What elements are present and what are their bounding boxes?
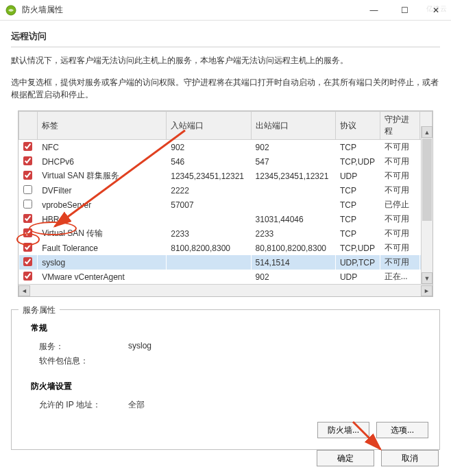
row-ingress: [167, 255, 251, 270]
row-checkbox[interactable]: [23, 156, 32, 165]
row-label: DVFilter: [38, 183, 167, 198]
scroll-thumb[interactable]: [422, 139, 432, 221]
row-daemon: 不可用: [380, 212, 420, 226]
table-row[interactable]: DHCPv6546547TCP,UDP不可用: [19, 154, 432, 169]
row-ingress: 8100,8200,8300: [167, 241, 251, 255]
row-ingress: 902: [167, 140, 251, 155]
row-daemon: 不可用: [380, 241, 420, 255]
scroll-left-icon[interactable]: ◄: [19, 285, 30, 296]
row-egress: 80,8100,8200,8300: [251, 241, 335, 255]
row-label: HBR: [38, 212, 167, 226]
row-checkbox[interactable]: [23, 272, 32, 281]
options-button[interactable]: 选项...: [376, 422, 428, 438]
general-heading: 常规: [31, 322, 428, 334]
row-daemon: 不可用: [380, 140, 420, 155]
row-protocol: TCP,UDP: [335, 241, 380, 255]
divider: [11, 47, 440, 47]
row-checkbox[interactable]: [23, 200, 32, 209]
row-checkbox-cell[interactable]: [19, 270, 38, 284]
row-protocol: TCP: [335, 183, 380, 198]
row-checkbox-cell[interactable]: [19, 140, 38, 155]
row-checkbox-cell[interactable]: [19, 255, 38, 270]
table-row[interactable]: Virtual SAN 传输22332233TCP不可用: [19, 226, 432, 241]
horizontal-scrollbar[interactable]: ◄ ►: [19, 284, 432, 296]
col-header-daemon[interactable]: 守护进程: [380, 112, 420, 140]
cancel-button[interactable]: 取消: [381, 450, 439, 466]
table-row[interactable]: NFC902902TCP不可用: [19, 140, 432, 155]
row-checkbox[interactable]: [23, 257, 32, 266]
col-header-ingress[interactable]: 入站端口: [167, 112, 251, 140]
row-egress: 2233: [251, 226, 335, 241]
row-checkbox[interactable]: [23, 214, 32, 223]
row-label: Fault Tolerance: [38, 241, 167, 255]
row-label: vprobeServer: [38, 198, 167, 212]
col-header-protocol[interactable]: 协议: [335, 112, 380, 140]
row-daemon: 不可用: [380, 154, 420, 169]
maximize-button[interactable]: ☐: [389, 0, 420, 21]
row-checkbox[interactable]: [23, 142, 32, 151]
scroll-up-icon[interactable]: ▲: [422, 126, 432, 138]
row-label: Virtual SAN 群集服务: [38, 169, 167, 183]
row-egress: [251, 183, 335, 198]
row-protocol: TCP: [335, 140, 380, 155]
row-checkbox-cell[interactable]: [19, 226, 38, 241]
row-label: NFC: [38, 140, 167, 155]
row-daemon: 正在...: [380, 270, 420, 284]
row-daemon: 已停止: [380, 198, 420, 212]
col-header-checkbox[interactable]: [19, 112, 38, 140]
table-row[interactable]: HBR31031,44046TCP不可用: [19, 212, 432, 226]
vertical-scrollbar[interactable]: ▲ ▼: [421, 126, 432, 284]
row-checkbox[interactable]: [23, 171, 32, 180]
watermark: 亿速云: [426, 4, 447, 14]
service-properties-group: 服务属性 常规 服务： syslog 软件包信息： 防火墙设置 允许的 IP 地…: [11, 309, 440, 450]
row-protocol: UDP: [335, 169, 380, 183]
row-ingress: 2233: [167, 226, 251, 241]
col-header-egress[interactable]: 出站端口: [251, 112, 335, 140]
dialog-content: 远程访问 默认情况下，远程客户端无法访问此主机上的服务，本地客户端无法访问远程主…: [0, 21, 451, 457]
row-egress: [251, 198, 335, 212]
allowed-ip-value: 全部: [128, 399, 145, 411]
col-header-label[interactable]: 标签: [38, 112, 167, 140]
remote-access-desc2: 选中复选框，提供对服务或客户端的访问权限。守护进程将在其端口打开时自动启动，在其…: [11, 76, 440, 101]
row-checkbox-cell[interactable]: [19, 169, 38, 183]
row-label: Virtual SAN 传输: [38, 226, 167, 241]
row-protocol: TCP: [335, 226, 380, 241]
firewall-settings-heading: 防火墙设置: [31, 381, 428, 392]
app-icon: [5, 5, 16, 16]
scroll-down-icon[interactable]: ▼: [422, 272, 432, 284]
row-ingress: 12345,23451,12321: [167, 169, 251, 183]
row-daemon: 不可用: [380, 169, 420, 183]
remote-access-desc1: 默认情况下，远程客户端无法访问此主机上的服务，本地客户端无法访问远程主机上的服务…: [11, 54, 440, 67]
minimize-button[interactable]: —: [358, 0, 389, 21]
row-label: DHCPv6: [38, 154, 167, 169]
row-checkbox-cell[interactable]: [19, 198, 38, 212]
row-egress: 514,1514: [251, 255, 335, 270]
table-row[interactable]: vprobeServer57007TCP已停止: [19, 198, 432, 212]
row-checkbox[interactable]: [23, 185, 32, 194]
ok-button[interactable]: 确定: [317, 450, 374, 466]
dialog-button-row: 确定 取消: [317, 450, 439, 466]
table-row[interactable]: DVFilter2222TCP不可用: [19, 183, 432, 198]
table-row[interactable]: syslog514,1514UDP,TCP不可用: [19, 255, 432, 270]
row-checkbox[interactable]: [23, 228, 32, 237]
titlebar: 防火墙属性 — ☐ ✕: [0, 0, 451, 21]
remote-access-heading: 远程访问: [11, 30, 440, 43]
row-protocol: TCP,UDP: [335, 154, 380, 169]
package-info-label: 软件包信息：: [39, 355, 128, 367]
row-checkbox-cell[interactable]: [19, 241, 38, 255]
table-row[interactable]: VMware vCenterAgent902UDP正在...: [19, 270, 432, 284]
firewall-services-table: 标签 入站端口 出站端口 协议 守护进程 NFC902902TCP不可用DHCP…: [18, 110, 433, 297]
row-ingress: [167, 270, 251, 284]
row-ingress: 546: [167, 154, 251, 169]
row-protocol: TCP: [335, 198, 380, 212]
row-checkbox[interactable]: [23, 243, 32, 252]
row-checkbox-cell[interactable]: [19, 183, 38, 198]
row-checkbox-cell[interactable]: [19, 154, 38, 169]
row-checkbox-cell[interactable]: [19, 212, 38, 226]
row-ingress: 2222: [167, 183, 251, 198]
scroll-right-icon[interactable]: ►: [421, 285, 432, 296]
row-egress: 12345,23451,12321: [251, 169, 335, 183]
table-row[interactable]: Virtual SAN 群集服务12345,23451,1232112345,2…: [19, 169, 432, 183]
table-row[interactable]: Fault Tolerance8100,8200,830080,8100,820…: [19, 241, 432, 255]
firewall-button[interactable]: 防火墙...: [317, 422, 369, 438]
